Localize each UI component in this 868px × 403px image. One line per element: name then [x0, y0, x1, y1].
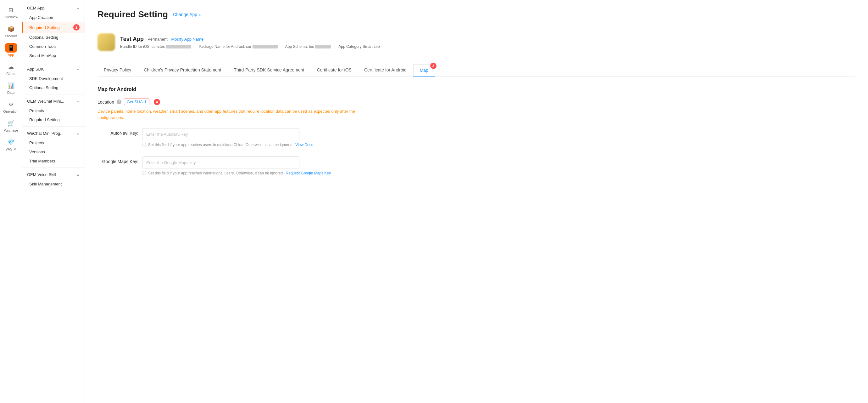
- google-maps-key-input[interactable]: [142, 156, 300, 168]
- sidebar-item-mini-versions[interactable]: Versions: [22, 147, 85, 156]
- nav-product-label: Product: [5, 34, 17, 38]
- sidebar-item-mini-projects[interactable]: Projects: [22, 138, 85, 147]
- divider-4: [22, 168, 85, 168]
- get-sha-button[interactable]: Get SHA-1: [124, 98, 149, 105]
- step-4-badge: 4: [154, 99, 160, 105]
- nav-product[interactable]: 📦 Product: [0, 22, 22, 41]
- autonavi-key-input[interactable]: [142, 128, 300, 140]
- sidebar-item-optional-setting[interactable]: Optional Setting: [22, 33, 85, 42]
- bundle-id: Bundle ID for iOS: com.tes: [120, 45, 191, 49]
- bundle-id-blurred: [166, 45, 191, 49]
- nav-purchase[interactable]: 🛒 Purchase: [0, 116, 22, 135]
- nav-app-label: App: [8, 53, 14, 57]
- autonavi-form-row: AutoNavi Key: ⓘ Set this field if your a…: [97, 128, 856, 148]
- map-section-title: Map for Android: [97, 87, 856, 92]
- autonavi-input-container: ⓘ Set this field if your app reaches use…: [142, 128, 856, 148]
- tab-privacy-policy[interactable]: Privacy Policy: [97, 64, 137, 76]
- nav-data[interactable]: 📊 Data: [0, 79, 22, 97]
- app-icon-thumbnail: [97, 33, 115, 51]
- sidebar-item-smart-miniapp[interactable]: Smart MiniApp: [22, 51, 85, 60]
- nav-vas[interactable]: 💎 VAS ↗: [0, 135, 22, 154]
- chevron-up-icon-sdk: ▲: [76, 67, 80, 71]
- request-google-maps-key-link[interactable]: Request Google Maps Key: [286, 171, 331, 175]
- chevron-up-icon-wechat: ▲: [76, 99, 80, 103]
- nav-operation-label: Operation: [3, 110, 18, 113]
- divider-2: [22, 94, 85, 94]
- divider-3: [22, 126, 85, 126]
- sidebar-section-oem-app-label: OEM App: [27, 6, 45, 10]
- google-maps-form-row: Google Maps Key: ⓘ Set this field if you…: [97, 156, 856, 176]
- google-maps-input-container: ⓘ Set this field if your app reaches int…: [142, 156, 856, 176]
- overview-icon: ⊞: [7, 6, 15, 14]
- nav-operation[interactable]: ⚙ Operation: [0, 97, 22, 116]
- app-details-row: Bundle ID for iOS: com.tes Package Name …: [120, 45, 380, 49]
- sidebar-section-app-sdk[interactable]: App SDK ▲: [22, 64, 85, 74]
- sidebar-section-oem-wechat[interactable]: OEM WeChat Mini... ▲: [22, 96, 85, 106]
- chevron-down-icon: ⬦: [198, 12, 201, 17]
- sidebar: OEM App ▲ App Creation Required Setting …: [22, 0, 85, 403]
- divider-1: [22, 62, 85, 62]
- sidebar-item-sdk-development[interactable]: SDK Development: [22, 74, 85, 83]
- sidebar-item-skill-management[interactable]: Skill Management: [22, 179, 85, 189]
- app-category: App Category:Smart Life: [338, 45, 380, 49]
- step-2-badge: 2: [73, 24, 80, 31]
- nav-overview[interactable]: ⊞ Overview: [0, 3, 22, 22]
- sidebar-section-app-sdk-label: App SDK: [27, 67, 44, 71]
- tab-map[interactable]: Map 3: [413, 64, 435, 77]
- chevron-up-icon: ▲: [76, 6, 80, 10]
- info-icon-google: ⓘ: [142, 170, 146, 176]
- modify-name-link[interactable]: Modify App Name: [172, 37, 204, 41]
- nav-cloud[interactable]: ☁ Cloud: [0, 60, 22, 79]
- tab-childrens-privacy[interactable]: Children's Privacy Protection Statement: [137, 64, 227, 76]
- sidebar-item-mini-trial[interactable]: Trial Members: [22, 156, 85, 166]
- nav-vas-label: VAS ↗: [6, 147, 16, 151]
- sidebar-item-sdk-optional[interactable]: Optional Setting: [22, 83, 85, 92]
- location-help-icon[interactable]: ?: [117, 99, 121, 104]
- sidebar-item-app-creation[interactable]: App Creation: [22, 13, 85, 22]
- sidebar-section-oem-app[interactable]: OEM App ▲: [22, 3, 85, 13]
- package-name: Package Name for Android: cor: [199, 45, 278, 49]
- nav-purchase-label: Purchase: [3, 128, 18, 132]
- step-3-badge: 3: [430, 63, 436, 69]
- product-icon: 📦: [7, 25, 15, 33]
- nav-cloud-label: Cloud: [6, 72, 16, 76]
- tab-cert-ios[interactable]: Certificate for iOS: [310, 64, 358, 76]
- view-docs-link[interactable]: View Docs: [295, 143, 313, 147]
- tab-third-party-sdk[interactable]: Third-Party SDK Service Agreement: [227, 64, 310, 76]
- app-permanent-badge: Permanent: [148, 37, 167, 41]
- google-maps-label: Google Maps Key:: [97, 156, 138, 164]
- sidebar-item-required-setting[interactable]: Required Setting 2: [22, 22, 85, 33]
- autonavi-label: AutoNavi Key:: [97, 128, 138, 136]
- sidebar-section-voice-skill[interactable]: OEM Voice Skill ▲: [22, 170, 85, 179]
- autonavi-help-text: ⓘ Set this field if your app reaches use…: [142, 142, 856, 148]
- app-info-text: Test App Permanent Modify App Name Bundl…: [120, 36, 380, 49]
- app-info-card: Test App Permanent Modify App Name Bundl…: [97, 28, 856, 56]
- nav-overview-label: Overview: [4, 15, 18, 19]
- vas-icon: 💎: [7, 139, 15, 146]
- app-schema-blurred: [315, 45, 331, 49]
- page-title: Required Setting: [97, 9, 168, 20]
- app-icon: 📱: [7, 44, 15, 52]
- sidebar-item-wechat-projects[interactable]: Projects: [22, 106, 85, 115]
- main-content: Required Setting Change App ⬦ Test App P…: [85, 0, 868, 403]
- nav-data-label: Data: [7, 91, 14, 94]
- sidebar-section-wechat-mini[interactable]: WeChat Mini Prog... ▲: [22, 128, 85, 138]
- location-warning-text: Device panels, home location, weather, s…: [97, 108, 380, 121]
- app-icon-box: 📱: [5, 43, 17, 53]
- app-name: Test App: [120, 36, 144, 42]
- tab-more-button[interactable]: ···: [435, 64, 447, 76]
- tabs-container: Privacy Policy Children's Privacy Protec…: [97, 64, 856, 77]
- change-app-button[interactable]: Change App ⬦: [173, 12, 201, 17]
- chevron-up-icon-voice: ▲: [76, 173, 80, 176]
- tab-cert-android[interactable]: Certificate for Android: [358, 64, 413, 76]
- package-name-blurred: [252, 45, 278, 49]
- info-icon-autonavi: ⓘ: [142, 142, 146, 148]
- page-header: Required Setting Change App ⬦: [97, 9, 856, 20]
- map-section: Map for Android Location ? Get SHA-1 4 D…: [97, 87, 856, 176]
- sidebar-section-voice-skill-label: OEM Voice Skill: [27, 172, 56, 177]
- data-icon: 📊: [7, 82, 15, 89]
- nav-app[interactable]: 📱 App: [0, 41, 22, 60]
- sidebar-item-wechat-required[interactable]: Required Setting: [22, 115, 85, 124]
- sidebar-item-common-tools[interactable]: Common Tools: [22, 42, 85, 51]
- app-name-row: Test App Permanent Modify App Name: [120, 36, 380, 42]
